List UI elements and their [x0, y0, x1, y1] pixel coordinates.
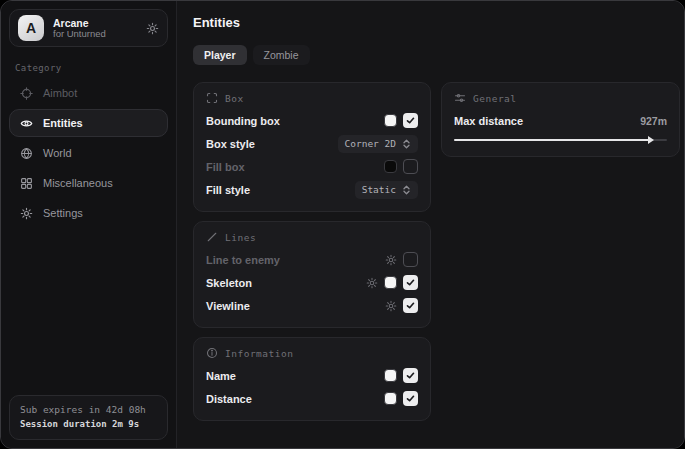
gear-icon[interactable]	[146, 22, 159, 35]
gear-icon[interactable]	[385, 254, 397, 266]
sidebar-item-label: Entities	[43, 117, 83, 129]
main-content: Entities Player Zombie Box	[177, 1, 684, 448]
sidebar-item-label: Miscellaneous	[43, 177, 113, 189]
setting-row-viewline: Viewline	[206, 295, 418, 316]
color-swatch[interactable]	[384, 369, 397, 382]
tab-player[interactable]: Player	[193, 45, 247, 65]
box-corners-icon	[206, 92, 218, 104]
globe-icon	[19, 147, 33, 160]
sidebar-item-aimbot[interactable]: Aimbot	[9, 79, 168, 107]
setting-row-box-style: Box style Corner 2D	[206, 133, 418, 154]
setting-row-name: Name	[206, 365, 418, 386]
sidebar-item-label: World	[43, 147, 72, 159]
max-distance-value: 927m	[640, 115, 667, 127]
setting-row-line-to-enemy: Line to enemy	[206, 249, 418, 270]
setting-label: Name	[206, 370, 384, 382]
color-swatch[interactable]	[384, 114, 397, 127]
sidebar-item-label: Aimbot	[43, 87, 77, 99]
section-header: Information	[225, 348, 293, 359]
gear-icon[interactable]	[385, 300, 397, 312]
general-card: General Max distance 927m	[441, 82, 680, 157]
setting-label: Skeleton	[206, 277, 366, 289]
setting-label: Fill box	[206, 161, 384, 173]
setting-row-fill-style: Fill style Static	[206, 179, 418, 200]
box-card: Box Bounding box Box style	[193, 82, 431, 212]
checkbox-checked[interactable]	[403, 275, 418, 290]
slider-thumb[interactable]	[648, 136, 654, 144]
color-swatch[interactable]	[384, 276, 397, 289]
setting-row-distance: Distance	[206, 388, 418, 409]
sidebar-item-settings[interactable]: Settings	[9, 199, 168, 227]
gear-icon	[19, 207, 33, 220]
brand-logo: A	[18, 15, 44, 41]
information-card: Information Name Distance	[193, 337, 431, 421]
entity-tabs: Player Zombie	[193, 45, 672, 65]
setting-label: Line to enemy	[206, 254, 385, 266]
dropdown-value: Static	[362, 184, 396, 195]
chevrons-up-down-icon	[402, 139, 411, 149]
info-icon	[206, 347, 218, 359]
setting-row-max-distance: Max distance 927m	[454, 110, 667, 131]
sidebar-item-miscellaneous[interactable]: Miscellaneous	[9, 169, 168, 197]
section-header: General	[473, 93, 517, 104]
brand-subtitle: for Unturned	[53, 29, 137, 40]
setting-row-bounding-box: Bounding box	[206, 110, 418, 131]
sidebar-item-entities[interactable]: Entities	[9, 109, 168, 137]
setting-label: Distance	[206, 393, 384, 405]
app-window: A Arcane for Unturned Category A	[0, 0, 685, 449]
setting-label: Max distance	[454, 115, 640, 127]
section-header: Lines	[225, 232, 256, 243]
color-swatch[interactable]	[384, 160, 397, 173]
dropdown-value: Corner 2D	[345, 138, 396, 149]
sidebar-nav: Aimbot Entities World	[9, 79, 168, 227]
checkbox-checked[interactable]	[403, 298, 418, 313]
fill-style-dropdown[interactable]: Static	[355, 181, 418, 199]
sub-expires-text: Sub expires in 42d 08h	[20, 403, 157, 418]
box-style-dropdown[interactable]: Corner 2D	[338, 135, 418, 153]
max-distance-slider[interactable]	[454, 135, 667, 145]
gear-icon[interactable]	[366, 277, 378, 289]
setting-label: Bounding box	[206, 115, 384, 127]
setting-row-skeleton: Skeleton	[206, 272, 418, 293]
checkbox-unchecked[interactable]	[403, 159, 418, 174]
session-duration-text: Session duration 2m 9s	[20, 418, 157, 432]
checkbox-unchecked[interactable]	[403, 252, 418, 267]
sliders-icon	[454, 92, 466, 104]
tab-zombie[interactable]: Zombie	[253, 45, 310, 65]
color-swatch[interactable]	[384, 392, 397, 405]
sidebar-item-label: Settings	[43, 207, 83, 219]
lines-card: Lines Line to enemy	[193, 221, 431, 328]
diagonal-line-icon	[206, 231, 218, 243]
brand-name: Arcane	[53, 17, 137, 29]
page-title: Entities	[193, 15, 672, 30]
category-label: Category	[15, 63, 168, 73]
subscription-card: Sub expires in 42d 08h Session duration …	[9, 395, 168, 440]
setting-row-fill-box: Fill box	[206, 156, 418, 177]
setting-label: Viewline	[206, 300, 385, 312]
setting-label: Fill style	[206, 184, 355, 196]
grid-icon	[19, 177, 33, 190]
setting-label: Box style	[206, 138, 338, 150]
slider-fill	[454, 139, 650, 141]
checkbox-checked[interactable]	[403, 113, 418, 128]
checkbox-checked[interactable]	[403, 368, 418, 383]
sidebar: A Arcane for Unturned Category A	[1, 1, 177, 448]
sidebar-item-world[interactable]: World	[9, 139, 168, 167]
eye-icon	[19, 117, 33, 130]
checkbox-checked[interactable]	[403, 391, 418, 406]
chevrons-up-down-icon	[402, 185, 411, 195]
crosshair-icon	[19, 87, 33, 100]
section-header: Box	[225, 93, 244, 104]
brand-card: A Arcane for Unturned	[9, 9, 168, 47]
